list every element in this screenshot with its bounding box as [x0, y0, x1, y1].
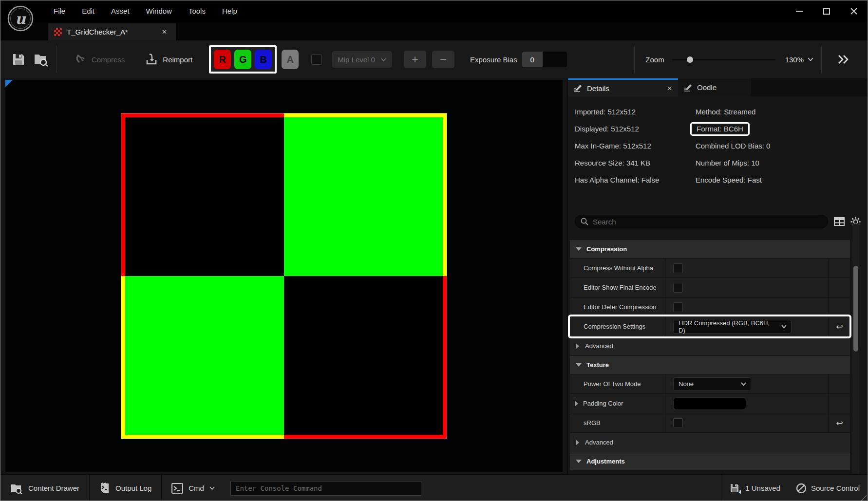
editor-show-final-encode-checkbox[interactable] — [673, 283, 683, 293]
compress-without-alpha-checkbox[interactable] — [673, 263, 683, 273]
property-label: Padding Color — [583, 400, 623, 407]
reset-to-default-icon[interactable]: ↩ — [836, 418, 843, 428]
info-imported: Imported: 512x512 — [575, 103, 696, 120]
section-adjustments[interactable]: Adjustments — [570, 452, 850, 471]
editor-defer-compression-checkbox[interactable] — [673, 302, 683, 312]
tab-details[interactable]: Details ✕ — [568, 78, 678, 96]
section-compression[interactable]: Compression — [570, 240, 850, 259]
section-label: Adjustments — [586, 458, 625, 465]
property-list: Compression Compress Without Alpha Edito… — [570, 240, 850, 471]
mip-level-label: Mip Level 0 — [338, 56, 375, 64]
tab-oodle[interactable]: Oodle — [678, 78, 751, 96]
zoom-controls: Zoom 130% — [630, 46, 861, 73]
content-drawer-button[interactable]: Content Drawer — [0, 475, 90, 501]
compression-settings-value: HDR Compressed (RGB, BC6H, D) — [679, 319, 777, 334]
unsaved-label: 1 Unsaved — [745, 484, 780, 492]
property-label: Compress Without Alpha — [584, 264, 653, 272]
search-box[interactable] — [575, 215, 828, 228]
reimport-button[interactable]: Reimport — [145, 53, 192, 66]
cmd-dropdown-button[interactable]: Cmd — [162, 475, 225, 501]
cmd-terminal-icon — [171, 483, 183, 494]
zoom-slider[interactable] — [672, 59, 775, 60]
reset-to-default-icon[interactable]: ↩ — [836, 322, 843, 332]
zoom-slider-knob[interactable] — [687, 56, 693, 63]
property-label: sRGB — [584, 419, 601, 427]
row-advanced-compression[interactable]: Advanced — [570, 336, 850, 356]
menu-asset[interactable]: Asset — [103, 0, 138, 22]
property-label: Editor Defer Compression — [584, 303, 657, 311]
mip-minus-button[interactable]: − — [432, 51, 454, 68]
exposure-bias-input[interactable]: 0 — [522, 52, 567, 67]
zoom-percent-dropdown-icon[interactable] — [808, 57, 813, 61]
texture-viewport[interactable] — [5, 80, 563, 472]
details-panel: Details ✕ Oodle Imported: 512x512 Displa… — [567, 78, 868, 474]
exposure-bias-value: 0 — [522, 52, 543, 67]
mip-level-dropdown[interactable]: Mip Level 0 — [332, 51, 392, 68]
save-button[interactable] — [7, 47, 30, 72]
expand-triangle-icon[interactable] — [575, 401, 578, 407]
cmd-label: Cmd — [189, 484, 204, 492]
console-command-input[interactable] — [230, 481, 421, 496]
menu-edit[interactable]: Edit — [74, 0, 103, 22]
red-channel-button[interactable]: R — [214, 50, 231, 69]
property-label: Editor Show Final Encode — [584, 284, 657, 291]
quadrant-bottom-right-black — [284, 276, 443, 435]
double-chevron-right-icon — [837, 55, 849, 64]
details-tab-close-icon[interactable]: ✕ — [667, 85, 672, 92]
reimport-icon — [145, 53, 158, 66]
srgb-checkbox[interactable] — [673, 418, 683, 428]
menu-window[interactable]: Window — [138, 0, 180, 22]
oodle-tab-label: Oodle — [697, 83, 717, 92]
mip-level-checkbox[interactable] — [311, 54, 322, 65]
alpha-channel-button[interactable]: A — [282, 50, 299, 69]
compress-button[interactable]: Compress — [74, 53, 125, 66]
green-channel-button[interactable]: G — [234, 50, 251, 69]
row-editor-defer-compression: Editor Defer Compression — [570, 297, 850, 317]
details-scrollbar-thumb[interactable] — [853, 266, 858, 352]
row-advanced-texture[interactable]: Advanced — [570, 433, 850, 452]
content-drawer-label: Content Drawer — [28, 484, 79, 492]
texture-viewport-area — [0, 78, 567, 474]
collapse-triangle-icon — [576, 247, 582, 251]
tab-close-icon[interactable]: ✕ — [159, 27, 170, 37]
search-input[interactable] — [593, 218, 822, 226]
power-of-two-mode-dropdown[interactable]: None — [673, 377, 751, 391]
info-resource-size: Resource Size: 341 KB — [575, 154, 696, 171]
output-log-button[interactable]: Output Log — [90, 475, 162, 501]
info-has-alpha-channel: Has Alpha Channel: False — [575, 171, 696, 188]
blue-channel-button[interactable]: B — [255, 50, 272, 69]
section-texture[interactable]: Texture — [570, 356, 850, 374]
display-mode-button[interactable] — [834, 217, 845, 226]
find-in-content-browser-button[interactable] — [30, 47, 52, 72]
source-control-label: Source Control — [811, 484, 860, 492]
menu-tools[interactable]: Tools — [180, 0, 214, 22]
details-tab-bar: Details ✕ Oodle — [568, 78, 868, 96]
close-button[interactable] — [840, 0, 868, 22]
viewport-focus-indicator — [5, 80, 13, 87]
padding-color-swatch[interactable] — [673, 397, 746, 410]
section-label: Texture — [586, 361, 609, 369]
tab-t-gridchecker-a[interactable]: T_GridChecker_A* ✕ — [48, 23, 176, 40]
minimize-button[interactable] — [786, 0, 813, 22]
reimport-label: Reimport — [163, 56, 192, 64]
row-power-of-two-mode: Power Of Two Mode None — [570, 374, 850, 394]
source-control-button[interactable]: Source Control — [788, 475, 868, 501]
toolbar-separator — [821, 46, 822, 73]
mip-plus-button[interactable]: + — [404, 51, 426, 68]
property-label: Power Of Two Mode — [584, 380, 641, 388]
info-encode-speed: Encode Speed: Fast — [696, 171, 868, 188]
menu-file[interactable]: File — [45, 0, 74, 22]
rgb-channels-highlight-box: R G B — [209, 45, 277, 74]
unsaved-status-button[interactable]: ✱ 1 Unsaved — [721, 475, 788, 501]
title-bar: u File Edit Asset Window Tools Help — [0, 0, 868, 22]
window-resize-grip[interactable] — [860, 494, 867, 501]
toolbar-overflow-button[interactable] — [829, 55, 858, 64]
main-area: Details ✕ Oodle Imported: 512x512 Displa… — [0, 78, 868, 474]
details-pencil-icon — [574, 84, 583, 93]
compression-settings-dropdown[interactable]: HDR Compressed (RGB, BC6H, D) — [673, 320, 792, 334]
content-drawer-icon — [10, 482, 23, 494]
texture-border-right — [443, 113, 447, 439]
maximize-button[interactable] — [813, 0, 840, 22]
output-log-icon — [99, 482, 110, 494]
menu-help[interactable]: Help — [214, 0, 245, 22]
